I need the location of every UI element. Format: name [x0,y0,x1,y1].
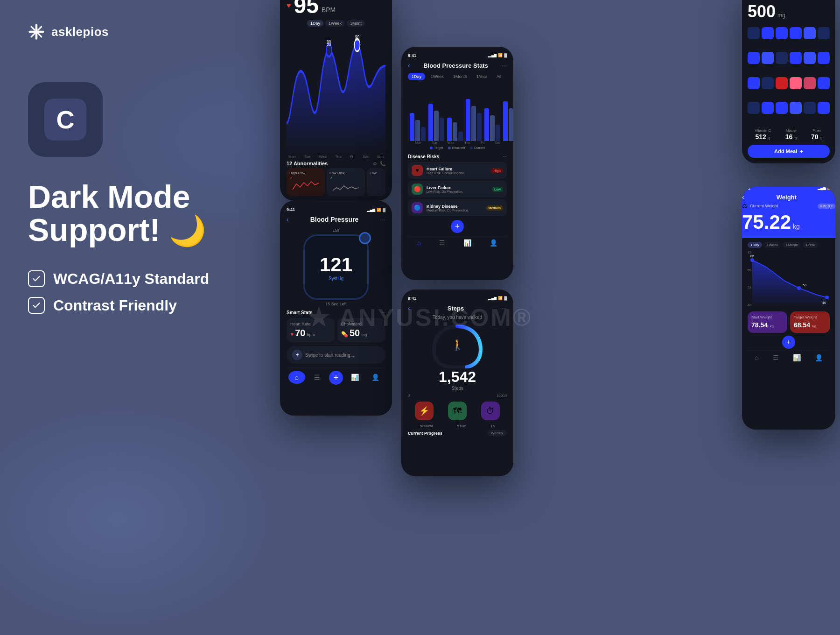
p3-chart-nav[interactable]: 📊 [463,239,471,247]
nutrition-amount: 500 [748,2,776,21]
grid-cell [776,27,788,39]
abnormalities-section: 12 Abnormalities ⚙ 📞 High Risk ↗ [287,161,385,196]
disease-more-icon[interactable]: ··· [503,154,507,159]
scale-icon: ⚖ [742,203,747,209]
p6-tab-1year[interactable]: 1Year [803,242,818,248]
scale-min: 0 [408,394,410,398]
start-weight-value: 78.54 [751,321,768,329]
high-risk-label: High Risk [289,171,322,175]
p6-profile-nav[interactable]: 👤 [815,354,823,361]
p4-screen-title: Steps [448,305,464,312]
svg-text:40: 40 [822,301,826,304]
p4-more-button[interactable]: ··· [501,304,507,312]
steps-circle: 🚶 [429,322,485,368]
p3-wifi-icon: 📶 [498,53,503,58]
grid-cell [762,27,774,39]
start-weight-card: Start Weight 78.54 kg [748,311,787,333]
p6-screen-title: Weight [777,194,797,201]
p3-tab-1day[interactable]: 1Day [408,73,425,80]
p3-screen-title: Blood Preessure Stats [423,62,488,69]
p6-home-nav[interactable]: ⌂ [755,354,758,361]
profile-nav[interactable]: 👤 [367,371,384,384]
steps-display: 🚶 1,542 Steps [408,322,507,391]
p3-tab-1month[interactable]: 1Month [449,73,471,80]
more-button[interactable]: ··· [380,216,385,223]
day-labels: Mon Tue Wed Thu Fri Sat Sun [287,155,385,159]
calories-icon: ⚡ [415,402,434,420]
p6-tab-1month[interactable]: 1Month [783,242,801,248]
liver-failure-name: Liver Failure [427,185,488,190]
kidney-disease-desc: Medium Risk. Do Prevention. [427,209,483,212]
cholesterol-stat: Cholesterol 💊 50 mg [337,318,385,342]
features-list: WCAG/A11y Standard Contrast Friendly [28,270,243,314]
start-weight-unit: kg [770,324,774,328]
heart-failure-icon: ♥ [412,165,423,176]
kidney-disease-name: Kidney Disease [427,204,483,209]
svg-line-2 [31,27,35,30]
activity-labels: 500kcal 51km 1h [408,424,507,428]
p3-home-nav[interactable]: ⌂ [417,239,421,247]
bpm-value: 95 [294,0,319,18]
phone-nutrition: 🍎 Your Nutrition NEEDS MORE 500 mg [742,0,835,163]
current-weight-label: Current Weight [750,204,778,208]
kidney-disease-item: 🔵 Kidney Disease Medium Risk. Do Prevent… [408,199,507,216]
signal-icon: ▂▄▆ [367,208,375,212]
progress-section: Current Progress Weekly [408,430,507,436]
steps-label: Steps [451,386,463,391]
smart-more-icon[interactable]: ··· [382,310,385,315]
wcag-label: WCAG/A11y Standard [53,270,209,288]
high-risk-icon: ↗ [289,176,322,180]
swipe-to-start[interactable]: + Swipe to start reading... [287,346,385,364]
p6-list-nav[interactable]: ☰ [773,354,779,361]
p6-bottom-nav: ⌂ ☰ 📊 👤 [748,351,830,361]
phone-icon[interactable]: 📞 [380,161,385,166]
p3-tab-1year[interactable]: 1Year [473,73,491,80]
time-tabs[interactable]: 1Day 1Week 1Mont [287,20,385,27]
list-nav[interactable]: ☰ [308,371,325,384]
tagline: Dark Mode Support! 🌙 [28,180,243,247]
p3-profile-nav[interactable]: 👤 [490,239,497,247]
grid-cell [804,77,816,89]
fab-button[interactable]: + [329,371,343,385]
chol-unit: mg [361,332,367,337]
contrast-label: Contrast Friendly [53,297,177,314]
walked-text: Today, you have walked [408,315,507,320]
nutrition-grid [748,27,830,125]
tab-1month[interactable]: 1Mont [347,20,365,27]
p3-time-tabs[interactable]: 1Day 1Week 1Month 1Year All [408,73,507,80]
svg-text:80: 80 [355,33,359,43]
p3-more-button[interactable]: ··· [501,62,507,69]
feature-contrast: Contrast Friendly [28,297,243,314]
tab-1week[interactable]: 1Week [325,20,345,27]
p4-status-time: 9:41 [408,296,416,301]
chol-icon: 💊 [341,331,348,338]
tab-1day[interactable]: 1Day [307,20,323,27]
p3-back-button[interactable]: ‹ [408,62,410,69]
p6-back-button[interactable]: ‹ [742,193,744,201]
p6-chart-nav[interactable]: 📊 [793,354,801,361]
p6-tab-1day[interactable]: 1Day [748,242,762,248]
add-meal-plus-icon: + [800,148,803,154]
settings-icon[interactable]: ⚙ [373,161,377,166]
contrast-check-icon [28,297,45,314]
p3-add-button[interactable]: + [451,220,464,233]
p6-time-tabs[interactable]: 1Day 1Week 1Month 1Year [748,242,830,248]
home-nav[interactable]: ⌂ [288,371,305,384]
add-meal-button[interactable]: Add Meal + [748,145,830,158]
p6-tab-1week[interactable]: 1Week [764,242,781,248]
circle-indicator [359,232,371,244]
p6-fab-button[interactable]: + [782,336,795,349]
app-icon-letter: C [44,99,86,141]
p3-list-nav[interactable]: ☰ [439,239,445,247]
weekly-selector[interactable]: Weekly [487,430,507,436]
back-button[interactable]: ‹ [287,216,289,223]
vitamin-c-nutrient: Vitamin C 512 g [755,128,771,141]
p3-tab-all[interactable]: All [493,73,505,80]
swipe-plus-icon: + [292,350,302,360]
battery-icon: ▓ [383,208,385,212]
chart-nav[interactable]: 📊 [347,371,364,384]
phone-steps: 9:41 ▂▄▆ 📶 ▓ ‹ Steps ··· Today, you have… [401,289,513,476]
p4-back-button[interactable]: ‹ [408,304,410,312]
abnormality-cards: High Risk ↗ Low Risk ↗ [287,168,385,196]
p3-tab-1week[interactable]: 1Week [427,73,448,80]
